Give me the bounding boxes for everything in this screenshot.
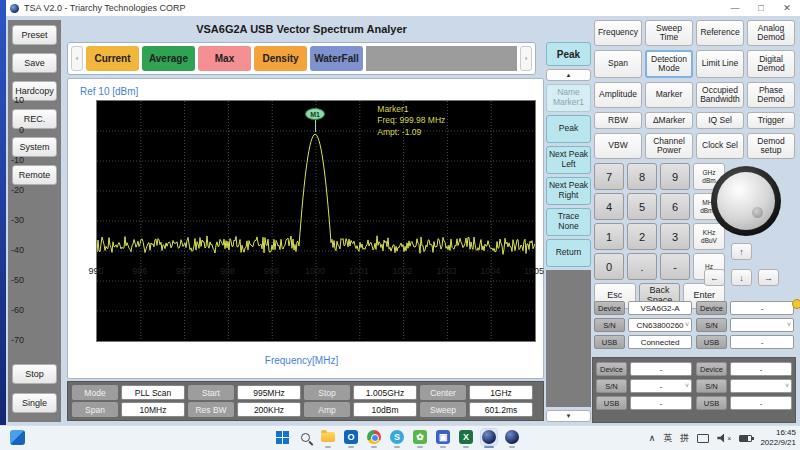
device-status-panel-secondary: Device - S/N -˅ USB - Device - S/N ˅ USB… <box>592 357 796 423</box>
span-value[interactable]: 10MHz <box>121 402 185 417</box>
start-label: Start <box>188 385 234 400</box>
key-khz-dbuv[interactable]: KHzdBuV <box>693 223 725 250</box>
marker-button[interactable]: Marker <box>645 82 693 108</box>
spectrum-plot[interactable]: Marker1 Freq: 999.98 MHz Ampt: -1.09 M1 <box>96 100 536 342</box>
sweep-value[interactable]: 601.2ms <box>469 402 533 417</box>
name-marker1-button[interactable]: Name Marker1 <box>546 84 591 112</box>
key-dot[interactable]: . <box>627 253 657 280</box>
trace-none-button[interactable]: Trace None <box>546 208 591 236</box>
green-app-icon[interactable]: ✿ <box>412 429 428 445</box>
rbw-button[interactable]: RBW <box>594 112 642 129</box>
speaker-muted-icon[interactable]: × <box>717 434 731 443</box>
chevron-down-icon: ˅ <box>787 321 791 328</box>
stop-value[interactable]: 1.005GHz <box>353 385 417 400</box>
key-7[interactable]: 7 <box>594 163 624 190</box>
clock-sel-button[interactable]: Clock Sel <box>696 133 744 159</box>
serial-number-dropdown[interactable]: ˅ <box>730 379 792 393</box>
key-3[interactable]: 3 <box>660 223 690 250</box>
start-icon[interactable] <box>274 429 290 445</box>
tab-scroll-right-icon[interactable]: › <box>520 46 532 71</box>
single-button[interactable]: Single <box>12 393 57 413</box>
minimize-button[interactable]: — <box>722 3 748 13</box>
sweep-label: Sweep <box>420 402 466 417</box>
iq-sel-button[interactable]: IQ Sel <box>696 112 744 129</box>
usb-status-field: - <box>730 335 794 349</box>
analog-demod-button[interactable]: Analog Demod <box>747 20 795 46</box>
return-button[interactable]: Return <box>546 239 591 267</box>
peak-button[interactable]: Peak <box>546 115 591 143</box>
center-value[interactable]: 1GHz <box>469 385 533 400</box>
tsa-app-icon-active[interactable] <box>481 429 497 445</box>
tab-average[interactable]: Average <box>142 46 195 71</box>
search-icon[interactable] <box>297 429 313 445</box>
close-button[interactable]: ✕ <box>774 3 800 13</box>
tab-max[interactable]: Max <box>198 46 251 71</box>
key-9[interactable]: 9 <box>660 163 690 190</box>
sweep-settings-bar: Mode PLL Scan Start 995MHz Stop 1.005GHz… <box>67 381 544 421</box>
trigger-button[interactable]: Trigger <box>747 112 795 129</box>
key-6[interactable]: 6 <box>660 193 690 220</box>
mode-value[interactable]: PLL Scan <box>121 385 185 400</box>
channel-power-button[interactable]: Channel Power <box>645 133 693 159</box>
arrow-up-key[interactable]: ↑ <box>731 243 752 260</box>
next-peak-right-button[interactable]: Next Peak Right <box>546 177 591 205</box>
vbw-button[interactable]: VBW <box>594 133 642 159</box>
key-5[interactable]: 5 <box>627 193 657 220</box>
maximize-button[interactable]: □ <box>748 3 774 13</box>
key-8[interactable]: 8 <box>627 163 657 190</box>
stop-button[interactable]: Stop <box>12 364 57 384</box>
key-4[interactable]: 4 <box>594 193 624 220</box>
key-1[interactable]: 1 <box>594 223 624 250</box>
key-minus[interactable]: - <box>660 253 690 280</box>
widgets-icon[interactable] <box>10 430 25 445</box>
start-value[interactable]: 995MHz <box>237 385 301 400</box>
file-explorer-icon[interactable] <box>320 429 336 445</box>
tab-waterfall[interactable]: WaterFall <box>310 46 363 71</box>
key-0[interactable]: 0 <box>594 253 624 280</box>
delta-marker-button[interactable]: ΔMarker <box>645 112 693 129</box>
reference-button[interactable]: Reference <box>696 20 744 46</box>
next-peak-left-button[interactable]: Next Peak Left <box>546 146 591 174</box>
arrow-down-key[interactable]: ↓ <box>731 269 752 286</box>
chrome-icon[interactable] <box>366 429 382 445</box>
demod-setup-button[interactable]: Demod setup <box>747 133 795 159</box>
tray-expand-icon[interactable]: ∧ <box>649 433 656 443</box>
key-2[interactable]: 2 <box>627 223 657 250</box>
menu-down-icon[interactable]: ▼ <box>546 410 591 422</box>
phase-demod-button[interactable]: Phase Demod <box>747 82 795 108</box>
ime-language-indicator[interactable]: 英 <box>663 432 672 445</box>
amp-value[interactable]: 10dBm <box>353 402 417 417</box>
resbw-value[interactable]: 200KHz <box>237 402 301 417</box>
preset-button[interactable]: Preset <box>12 25 57 45</box>
serial-number-dropdown[interactable]: CN63800260˅ <box>628 318 692 332</box>
tab-density[interactable]: Density <box>254 46 307 71</box>
span-label: Span <box>72 402 118 417</box>
ime-mode-indicator[interactable]: 拼 <box>680 432 689 445</box>
save-button[interactable]: Save <box>12 53 57 73</box>
digital-demod-button[interactable]: Digital Demod <box>747 50 795 78</box>
arrow-right-key[interactable]: → <box>758 269 779 286</box>
serial-number-dropdown[interactable]: -˅ <box>630 379 692 393</box>
outlook-icon[interactable]: O <box>343 429 359 445</box>
arrow-left-key[interactable]: ← <box>704 269 725 286</box>
skype-icon[interactable]: S <box>389 429 405 445</box>
detection-mode-button[interactable]: Detection Mode <box>645 50 693 78</box>
rotary-knob[interactable] <box>711 166 781 236</box>
tab-scroll-left-icon[interactable]: ‹ <box>71 46 83 71</box>
amplitude-button[interactable]: Amplitude <box>594 82 642 108</box>
excel-icon[interactable]: X <box>458 429 474 445</box>
serial-number-dropdown[interactable]: ˅ <box>730 318 794 332</box>
tsa-app-icon[interactable] <box>504 429 520 445</box>
sweep-time-button[interactable]: Sweep Time <box>645 20 693 46</box>
span-button[interactable]: Span <box>594 50 642 78</box>
tab-current[interactable]: Current <box>86 46 139 71</box>
blue-app-icon[interactable]: ▣ <box>435 429 451 445</box>
battery-icon[interactable] <box>739 435 752 442</box>
clock[interactable]: 16:45 2022/9/21 <box>760 428 796 448</box>
frequency-button[interactable]: Frequency <box>594 20 642 46</box>
limit-line-button[interactable]: Limit Line <box>696 50 744 78</box>
display-icon[interactable] <box>697 434 709 443</box>
notification-dot <box>792 299 800 309</box>
occupied-bandwidth-button[interactable]: Occupied Bandwidth <box>696 82 744 108</box>
menu-up-icon[interactable]: ▲ <box>546 69 591 81</box>
